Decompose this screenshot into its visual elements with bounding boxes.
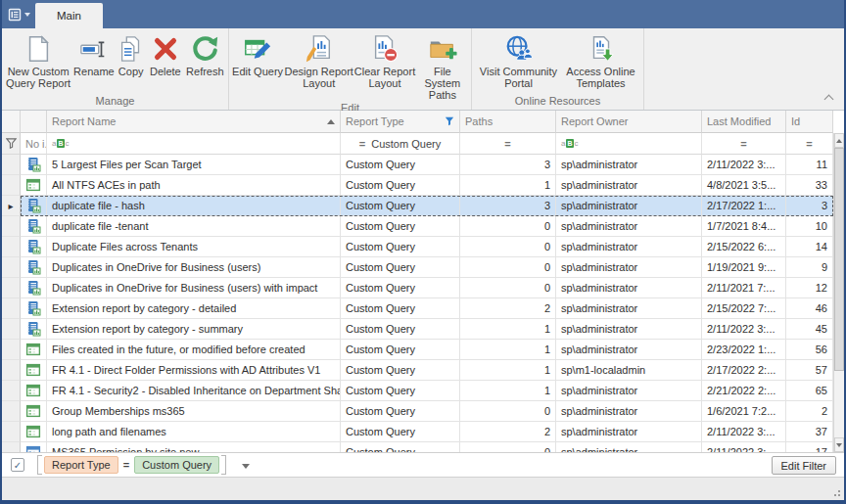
resize-grip[interactable] [831, 487, 841, 497]
filter-field-chip[interactable]: Report Type [44, 456, 118, 474]
report-name-cell[interactable]: long path and filenames [47, 422, 341, 442]
table-row[interactable]: Files created in the future, or modified… [2, 340, 833, 360]
scroll-up-button[interactable] [834, 133, 844, 148]
report-name-cell[interactable]: MS365 Permission by site new [47, 442, 341, 452]
report-type-cell[interactable]: Custom Query [341, 422, 460, 442]
new-custom-query-report-button[interactable]: New Custom Query Report [4, 30, 72, 89]
id-cell[interactable]: 9 [786, 257, 833, 278]
id-cell[interactable]: 10 [786, 216, 833, 237]
report-type-cell[interactable]: Custom Query [341, 360, 460, 381]
equals-operator-icon[interactable]: = [806, 138, 812, 150]
paths-cell[interactable]: 1 [460, 175, 556, 196]
contains-operator-icon[interactable] [561, 139, 578, 148]
report-type-cell[interactable]: Custom Query [341, 278, 460, 298]
filter-dropdown-caret-icon[interactable] [242, 459, 250, 471]
equals-operator-icon[interactable]: = [504, 138, 510, 150]
last-modified-cell[interactable]: 2/17/2022 2:... [702, 360, 786, 381]
table-row[interactable]: duplicate file - hash Custom Query 3 sp\… [2, 196, 833, 216]
report-type-cell[interactable]: Custom Query [341, 340, 460, 360]
paths-cell[interactable]: 2 [460, 422, 556, 442]
report-name-cell[interactable]: FR 4.1 - Security2 - Disabled Inheritanc… [47, 381, 341, 401]
filter-cell-icon-col[interactable]: No i... [21, 133, 47, 155]
id-cell[interactable]: 14 [786, 237, 833, 257]
contains-operator-icon[interactable] [52, 139, 69, 148]
table-row[interactable]: All NTFS ACEs in path Custom Query 1 sp\… [2, 175, 833, 196]
id-cell[interactable]: 11 [786, 155, 833, 175]
last-modified-cell[interactable]: 2/11/2022 3:... [702, 319, 786, 340]
report-type-cell[interactable]: Custom Query [341, 401, 460, 422]
filter-cell-id[interactable]: = [786, 133, 833, 155]
report-name-cell[interactable]: Duplicates in OneDrive for Business (use… [47, 257, 341, 278]
report-type-cell[interactable]: Custom Query [341, 216, 460, 237]
paths-cell[interactable]: 0 [460, 442, 556, 452]
report-name-cell[interactable]: Group Memberships ms365 [47, 401, 341, 422]
report-type-cell[interactable]: Custom Query [341, 257, 460, 278]
last-modified-cell[interactable]: 2/11/2022 3:... [702, 155, 786, 175]
filter-cell-last-modified[interactable]: = [702, 133, 786, 155]
copy-button[interactable]: Copy [116, 30, 147, 77]
column-header-report-name[interactable]: Report Name [47, 111, 341, 133]
filter-cell-report-type[interactable]: = Custom Query [341, 133, 460, 155]
paths-cell[interactable]: 1 [460, 319, 556, 340]
filter-cell-report-owner[interactable] [556, 133, 702, 155]
table-row[interactable]: Duplicate Files across Tenants Custom Qu… [2, 237, 833, 257]
id-cell[interactable]: 12 [786, 278, 833, 298]
report-owner-cell[interactable]: sp\administrator [556, 257, 702, 278]
paths-cell[interactable]: 0 [460, 237, 556, 257]
report-type-cell[interactable]: Custom Query [341, 442, 460, 452]
last-modified-cell[interactable]: 2/11/2022 3:... [702, 442, 786, 452]
table-row[interactable]: Duplicates in OneDrive for Business (use… [2, 278, 833, 298]
id-cell[interactable]: 3 [786, 196, 833, 216]
report-name-cell[interactable]: Duplicates in OneDrive for Business (use… [47, 278, 341, 298]
table-row[interactable]: MS365 Permission by site new Custom Quer… [2, 442, 833, 452]
id-cell[interactable]: 2 [786, 401, 833, 422]
refresh-button[interactable]: Refresh [184, 30, 226, 77]
paths-cell[interactable]: 0 [460, 216, 556, 237]
id-cell[interactable]: 56 [786, 340, 833, 360]
paths-cell[interactable]: 2 [460, 298, 556, 319]
table-row[interactable]: Extension report by category - detailed … [2, 298, 833, 319]
last-modified-cell[interactable]: 1/19/2021 9:... [702, 257, 786, 278]
report-owner-cell[interactable]: sp\administrator [556, 155, 702, 175]
table-row[interactable]: duplicate file -tenant Custom Query 0 sp… [2, 216, 833, 237]
report-name-cell[interactable]: 5 Largest Files per Scan Target [47, 155, 341, 175]
report-owner-cell[interactable]: sp\administrator [556, 278, 702, 298]
report-owner-cell[interactable]: sp\administrator [556, 340, 702, 360]
paths-cell[interactable]: 0 [460, 278, 556, 298]
id-cell[interactable]: 46 [786, 298, 833, 319]
report-name-cell[interactable]: Files created in the future, or modified… [47, 340, 341, 360]
id-cell[interactable]: 57 [786, 360, 833, 381]
column-header-paths[interactable]: Paths [460, 111, 556, 133]
scrollbar-thumb[interactable] [834, 148, 844, 371]
report-owner-cell[interactable]: sp\administrator [556, 298, 702, 319]
report-owner-cell[interactable]: sp\administrator [556, 319, 702, 340]
table-row[interactable]: Group Memberships ms365 Custom Query 0 s… [2, 401, 833, 422]
last-modified-cell[interactable]: 2/23/2022 1:... [702, 340, 786, 360]
vertical-scrollbar[interactable] [833, 133, 844, 452]
paths-cell[interactable]: 3 [460, 155, 556, 175]
id-cell[interactable]: 17 [786, 442, 833, 452]
filter-operator[interactable]: = [123, 459, 129, 471]
column-header-id[interactable]: Id [786, 111, 833, 133]
report-owner-cell[interactable]: sp\administrator [556, 381, 702, 401]
scroll-down-button[interactable] [834, 437, 844, 452]
last-modified-cell[interactable]: 2/11/2022 3:... [702, 422, 786, 442]
table-row[interactable]: Extension report by category - summary C… [2, 319, 833, 340]
report-type-cell[interactable]: Custom Query [341, 196, 460, 216]
report-type-cell[interactable]: Custom Query [341, 319, 460, 340]
design-report-layout-button[interactable]: Design Report Layout [284, 30, 353, 89]
collapse-ribbon-button[interactable] [824, 94, 834, 102]
report-type-cell[interactable]: Custom Query [341, 381, 460, 401]
id-cell[interactable]: 33 [786, 175, 833, 196]
report-name-cell[interactable]: All NTFS ACEs in path [47, 175, 341, 196]
table-row[interactable]: long path and filenames Custom Query 2 s… [2, 422, 833, 442]
rename-button[interactable]: Rename [72, 30, 115, 77]
report-type-cell[interactable]: Custom Query [341, 175, 460, 196]
report-owner-cell[interactable]: sp\m1-localadmin [556, 360, 702, 381]
column-header-report-owner[interactable]: Report Owner [556, 111, 702, 133]
paths-cell[interactable]: 1 [460, 340, 556, 360]
report-type-cell[interactable]: Custom Query [341, 155, 460, 175]
report-owner-cell[interactable]: sp\administrator [556, 175, 702, 196]
filter-enabled-checkbox[interactable] [11, 458, 24, 472]
last-modified-cell[interactable]: 2/11/2021 7:... [702, 278, 786, 298]
